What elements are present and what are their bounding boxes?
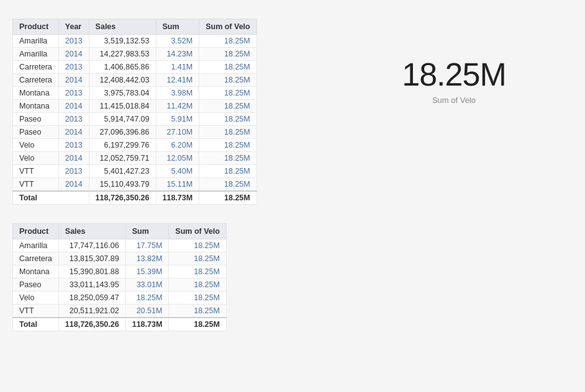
table-row: Montana 15,390,801.88 15.39M 18.25M (13, 265, 227, 278)
cell-sumvelo: 18.25M (199, 74, 257, 87)
cell-total-sum: 118.73M (156, 191, 199, 205)
cell-sales: 15,390,801.88 (58, 265, 125, 278)
cell-sum: 1.41M (156, 61, 199, 74)
cell-sales: 6,197,299.76 (89, 139, 156, 152)
cell-year: 2014 (58, 126, 89, 139)
cell-product: Montana (13, 100, 59, 113)
table1-header-sum: Sum (156, 19, 199, 35)
cell-sumvelo: 18.25M (169, 292, 227, 305)
cell-sumvelo: 18.25M (199, 152, 257, 165)
cell-sumvelo: 18.25M (199, 100, 257, 113)
cell-sumvelo: 18.25M (199, 178, 257, 192)
table1-container: Product Year Sales Sum Sum of Velo Amari… (12, 19, 335, 205)
cell-sumvelo: 18.25M (199, 48, 257, 61)
cell-sales: 3,975,783.04 (89, 87, 156, 100)
cell-year: 2013 (58, 61, 89, 74)
cell-sumvelo: 18.25M (199, 35, 257, 48)
cell-sales: 12,052,759.71 (89, 152, 156, 165)
cell-sum: 6.20M (156, 139, 199, 152)
cell-product: VTT (13, 178, 59, 192)
table2: Product Sales Sum Sum of Velo Amarilla 1… (12, 223, 227, 331)
table-row: Carretera 13,815,307.89 13.82M 18.25M (13, 252, 227, 265)
table-row: Velo 18,250,059.47 18.25M 18.25M (13, 292, 227, 305)
table-row: Montana 2013 3,975,783.04 3.98M 18.25M (13, 87, 257, 100)
page: Product Year Sales Sum Sum of Velo Amari… (0, 0, 585, 392)
cell-sum: 5.40M (156, 165, 199, 178)
cell-year: 2013 (58, 165, 89, 178)
table-total-row: Total 118,726,350.26 118.73M 18.25M (13, 318, 227, 331)
cell-year: 2013 (58, 113, 89, 126)
cell-sum: 15.39M (125, 265, 169, 278)
table-row: VTT 2014 15,110,493.79 15.11M 18.25M (13, 178, 257, 192)
cell-sales: 12,408,442.03 (89, 74, 156, 87)
cell-year: 2014 (58, 152, 89, 165)
cell-sumvelo: 18.25M (169, 305, 227, 318)
cell-sumvelo: 18.25M (199, 126, 257, 139)
cell-sales: 18,250,059.47 (58, 292, 125, 305)
table2-header-sum: Sum (125, 224, 169, 239)
cell-sum: 3.52M (156, 35, 199, 48)
cell-sum: 13.82M (125, 252, 169, 265)
cell-sum: 17.75M (125, 239, 169, 252)
cell-sum: 15.11M (156, 178, 199, 192)
cell-product: Carretera (13, 61, 59, 74)
cell-product: Paseo (13, 278, 59, 292)
cell-year: 2013 (58, 35, 89, 48)
table2-header-sumvelo: Sum of Velo (169, 224, 227, 239)
cell-product: Amarilla (13, 48, 59, 61)
cell-sales: 1,406,865.86 (89, 61, 156, 74)
cell-sumvelo: 18.25M (169, 252, 227, 265)
cell-sumvelo: 18.25M (169, 265, 227, 278)
cell-sales: 5,914,747.09 (89, 113, 156, 126)
cell-sum: 18.25M (125, 292, 169, 305)
table-row: Amarilla 2013 3,519,132.53 3.52M 18.25M (13, 35, 257, 48)
cell-product: Velo (13, 139, 59, 152)
cell-sum: 27.10M (156, 126, 199, 139)
cell-sumvelo: 18.25M (169, 278, 227, 292)
table-row: VTT 2013 5,401,427.23 5.40M 18.25M (13, 165, 257, 178)
cell-sum: 20.51M (125, 305, 169, 318)
table2-container: Product Sales Sum Sum of Velo Amarilla 1… (12, 223, 335, 331)
cell-sum: 14.23M (156, 48, 199, 61)
cell-year: 2014 (58, 178, 89, 192)
cell-year: 2014 (58, 48, 89, 61)
cell-sumvelo: 18.25M (169, 239, 227, 252)
cell-sum: 12.05M (156, 152, 199, 165)
cell-total-sales: 118,726,350.26 (89, 191, 156, 205)
table1-header-year: Year (58, 19, 89, 35)
cell-total-sum: 118.73M (125, 318, 169, 331)
cell-sales: 14,227,983.53 (89, 48, 156, 61)
table-row: Montana 2014 11,415,018.84 11.42M 18.25M (13, 100, 257, 113)
cell-product: Montana (13, 87, 59, 100)
cell-total-label: Total (13, 318, 59, 331)
table1: Product Year Sales Sum Sum of Velo Amari… (12, 19, 257, 205)
cell-product: Carretera (13, 74, 59, 87)
cell-sum: 11.42M (156, 100, 199, 113)
table2-header-product: Product (13, 224, 59, 239)
cell-sales: 20,511,921.02 (58, 305, 125, 318)
table-row: Carretera 2013 1,406,865.86 1.41M 18.25M (13, 61, 257, 74)
table1-header-sales: Sales (89, 19, 156, 35)
cell-product: Amarilla (13, 239, 59, 252)
right-panel: 18.25M Sum of Velo (335, 19, 573, 105)
cell-sales: 33,011,143.95 (58, 278, 125, 292)
table2-header-sales: Sales (58, 224, 125, 239)
cell-product: Velo (13, 152, 59, 165)
cell-sales: 11,415,018.84 (89, 100, 156, 113)
cell-year: 2013 (58, 87, 89, 100)
cell-sum: 33.01M (125, 278, 169, 292)
cell-product: Amarilla (13, 35, 59, 48)
cell-total-sumvelo: 18.25M (169, 318, 227, 331)
left-panel: Product Year Sales Sum Sum of Velo Amari… (12, 19, 335, 331)
table-row: Paseo 33,011,143.95 33.01M 18.25M (13, 278, 227, 292)
cell-sum: 3.98M (156, 87, 199, 100)
cell-total-sales: 118,726,350.26 (58, 318, 125, 331)
cell-sales: 17,747,116.06 (58, 239, 125, 252)
cell-year: 2014 (58, 100, 89, 113)
cell-sumvelo: 18.25M (199, 139, 257, 152)
content-area: Product Year Sales Sum Sum of Velo Amari… (0, 0, 585, 350)
table-row: Amarilla 17,747,116.06 17.75M 18.25M (13, 239, 227, 252)
cell-sumvelo: 18.25M (199, 113, 257, 126)
cell-sales: 15,110,493.79 (89, 178, 156, 192)
kpi-label: Sum of Velo (432, 96, 476, 105)
